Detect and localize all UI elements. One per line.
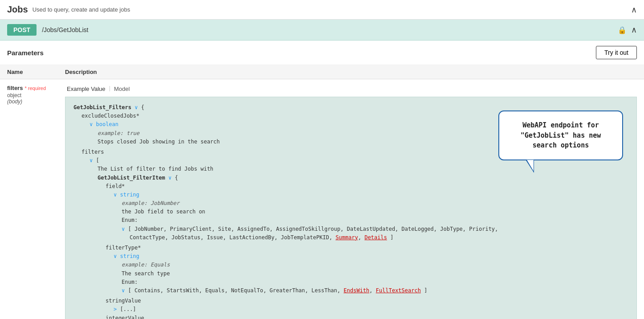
code-filter-type-example: example: Equals (122, 261, 628, 269)
params-header: Parameters Try it out (0, 41, 644, 65)
post-method-badge: POST (7, 24, 37, 36)
param-name-col: filters* required object (body) (7, 85, 65, 319)
post-bar-left: POST /Jobs/GetJobList (7, 24, 88, 36)
code-field-example: example: JobNumber (122, 199, 628, 208)
params-table-header: Name Description (0, 65, 644, 79)
code-filter-type-string: ∨ string (114, 252, 628, 261)
code-filter-type-desc: The search type (122, 270, 628, 278)
param-name: filters (7, 85, 23, 91)
code-filter-type-enum-values: ∨ [ Contains, StartsWith, Equals, NotEqu… (122, 286, 628, 295)
tab-divider: | (109, 85, 110, 93)
code-list-desc: The List of filter to find Jobs with (98, 165, 628, 173)
endpoint-path: /Jobs/GetJobList (42, 26, 88, 33)
code-field-enum-label: Enum: (122, 216, 628, 225)
tab-example-value[interactable]: Example Value (65, 85, 107, 93)
code-filter-type-enum-label: Enum: (122, 278, 628, 286)
param-name-display: filters* required (7, 85, 65, 91)
jobs-header-left: Jobs Used to query, create and update jo… (7, 4, 130, 15)
code-field-desc: the Job field to search on (122, 208, 628, 216)
callout-box: WebAPI endpoint for "GetJobList" has new… (498, 110, 623, 160)
required-text: required (28, 86, 46, 91)
code-field: field* (106, 182, 628, 191)
chevron-up-icon[interactable]: ∧ (631, 25, 637, 35)
callout-tail-inner (527, 160, 534, 171)
code-field-string: ∨ string (114, 191, 628, 199)
params-label: Parameters (7, 49, 44, 57)
tab-model[interactable]: Model (112, 85, 131, 93)
param-type: object (7, 92, 65, 98)
code-string-value-expand: > [...] (114, 305, 628, 314)
params-section: Parameters Try it out Name Description f… (0, 41, 644, 319)
collapse-icon[interactable]: ∧ (631, 5, 637, 15)
post-bar: POST /Jobs/GetJobList 🔒 ∧ (0, 20, 644, 41)
callout-container: WebAPI endpoint for "GetJobList" has new… (498, 110, 623, 160)
code-integer-value: integerValue (106, 314, 628, 319)
jobs-title: Jobs (7, 4, 28, 15)
code-string-value: stringValue (106, 297, 628, 305)
code-filter-item: GetJobList_FilterItem ∨ { (98, 174, 628, 182)
desc-column-header: Description (65, 69, 637, 75)
code-field-enum-values-2: ContactType, JobStatus, Issue, LastActio… (130, 233, 628, 242)
code-field-enum-values: ∨ [ JobNumber, PrimaryClient, Site, Assi… (122, 225, 628, 233)
try-it-out-button[interactable]: Try it out (596, 46, 637, 59)
required-star: * (24, 86, 28, 91)
name-column-header: Name (7, 69, 65, 75)
code-block: WebAPI endpoint for "GetJobList" has new… (65, 97, 637, 319)
post-bar-right: 🔒 ∧ (618, 25, 637, 35)
collapse-filters-icon[interactable]: ∨ (135, 104, 138, 110)
jobs-description: Used to query, create and update jobs (33, 6, 130, 13)
code-line-1: GetJobList_Filters ∨ { (73, 104, 144, 110)
param-desc-col: Example Value | Model WebAPI endpoint fo… (65, 85, 637, 319)
lock-icon: 🔒 (618, 26, 627, 34)
param-row-filters: filters* required object (body) Example … (0, 79, 644, 319)
example-model-tabs: Example Value | Model (65, 85, 637, 93)
callout-text: WebAPI endpoint for "GetJobList" has new… (521, 121, 601, 149)
code-filter-type: filterType* (106, 244, 628, 252)
param-location: (body) (7, 98, 65, 105)
jobs-header: Jobs Used to query, create and update jo… (0, 0, 644, 20)
